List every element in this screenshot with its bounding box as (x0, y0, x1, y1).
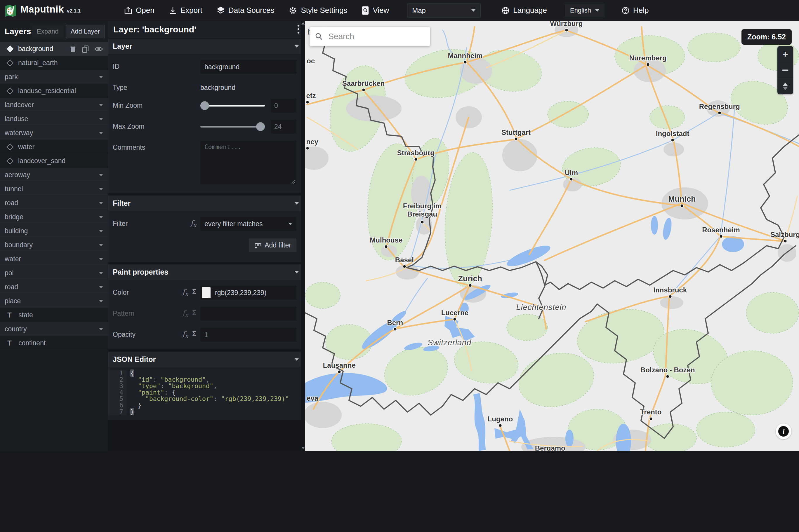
function-icon[interactable]: ƒx (191, 219, 196, 228)
layer-row-country[interactable]: country (0, 322, 108, 336)
visibility-icon[interactable] (94, 45, 103, 53)
code-line: 2 "id": "background", (108, 377, 305, 383)
min-zoom-input[interactable] (271, 99, 296, 113)
editor-scrollbar[interactable] (301, 21, 305, 451)
max-zoom-slider[interactable] (200, 121, 265, 132)
collapse-icon[interactable] (99, 328, 103, 330)
function-icon[interactable]: ƒx (183, 288, 188, 297)
pattern-input[interactable] (200, 307, 296, 321)
layer-label: landuse (5, 115, 99, 123)
city-dot (718, 112, 721, 114)
kebab-menu-icon[interactable] (297, 24, 300, 35)
layer-row-water[interactable]: water (0, 140, 108, 154)
id-input[interactable] (200, 60, 296, 74)
collapse-icon[interactable] (99, 244, 103, 246)
collapse-icon[interactable] (99, 132, 103, 134)
map-search-box[interactable] (310, 27, 430, 46)
opacity-input[interactable] (200, 328, 296, 342)
zoom-out-button[interactable]: − (777, 62, 793, 78)
map-place-label: Bolzano - Bozen (640, 366, 695, 374)
layer-row-landcover_sand[interactable]: landcover_sand (0, 154, 108, 168)
layer-row-poi[interactable]: poi (0, 266, 108, 280)
help-button[interactable]: Help (621, 6, 649, 15)
map-place-label: Bern (387, 319, 403, 327)
layer-row-bridge[interactable]: bridge (0, 210, 108, 224)
filter-section-header[interactable]: Filter (108, 195, 305, 211)
collapse-icon[interactable] (99, 104, 103, 106)
layer-label: state (18, 311, 103, 319)
collapse-icon[interactable] (99, 286, 103, 288)
sum-icon[interactable]: Σ (192, 330, 196, 339)
color-swatch[interactable] (202, 287, 210, 298)
compass-button[interactable] (777, 78, 793, 94)
layer-row-park[interactable]: park (0, 70, 108, 84)
layer-row-state[interactable]: Tstate (0, 308, 108, 322)
data-sources-button[interactable]: Data Sources (217, 6, 275, 15)
filter-combiner-select[interactable]: every filter matches (200, 217, 296, 231)
zoom-in-button[interactable]: + (777, 46, 793, 62)
top-bar: Maputnik v2.1.1 Open Export Data Sourc (0, 0, 799, 21)
search-input[interactable] (328, 32, 425, 41)
view-button[interactable]: View (361, 6, 389, 15)
add-layer-button[interactable]: Add Layer (66, 25, 105, 38)
json-code-editor[interactable]: 1{2 "id": "background",3 "type": "backgr… (108, 367, 305, 420)
scroll-down-icon[interactable] (301, 447, 305, 449)
collapse-icon[interactable] (99, 174, 103, 176)
layer-label: background (18, 45, 69, 53)
collapse-icon[interactable] (99, 202, 103, 204)
comments-textarea[interactable] (200, 141, 296, 185)
layer-row-aeroway[interactable]: aeroway (0, 168, 108, 182)
map-place-label: Bergamo (535, 444, 565, 451)
add-filter-button[interactable]: Add filter (249, 239, 296, 252)
layer-row-landuse[interactable]: landuse (0, 112, 108, 126)
open-button[interactable]: Open (124, 6, 154, 15)
sum-icon[interactable]: Σ (192, 288, 196, 297)
layer-row-background[interactable]: background (0, 42, 108, 56)
layer-row-place[interactable]: place (0, 294, 108, 308)
layer-row-boundary[interactable]: boundary (0, 238, 108, 252)
style-settings-button[interactable]: Style Settings (288, 6, 347, 15)
layer-row-water[interactable]: water (0, 252, 108, 266)
collapse-icon[interactable] (99, 300, 103, 302)
function-icon[interactable]: ƒx (183, 309, 188, 318)
map-canvas[interactable]: WürzburgbourgocMannheimNurembergSaarbrüc… (305, 21, 799, 451)
collapse-icon[interactable] (99, 258, 103, 260)
code-text: } (127, 408, 134, 415)
collapse-icon[interactable] (99, 230, 103, 232)
function-icon[interactable]: ƒx (183, 330, 188, 339)
layer-row-waterway[interactable]: waterway (0, 126, 108, 140)
city-dot (453, 318, 456, 321)
collapse-icon[interactable] (99, 272, 103, 274)
layer-row-continent[interactable]: Tcontinent (0, 336, 108, 350)
opacity-label: Opacity (113, 328, 175, 339)
min-zoom-slider[interactable] (200, 100, 265, 111)
layer-row-landuse_residential[interactable]: landuse_residential (0, 84, 108, 98)
language-select[interactable]: English (565, 4, 604, 17)
collapse-icon[interactable] (99, 76, 103, 78)
layer-row-building[interactable]: building (0, 224, 108, 238)
city-dot (306, 101, 309, 103)
delete-layer-icon[interactable] (69, 45, 77, 53)
map-attribution-button[interactable]: i (776, 423, 792, 439)
layer-row-tunnel[interactable]: tunnel (0, 182, 108, 196)
paint-section-header[interactable]: Paint properties (108, 264, 305, 280)
layers-panel: Layers Expand Add Layer backgroundnatura… (0, 21, 108, 451)
layer-section-header[interactable]: Layer (108, 39, 305, 54)
sum-icon[interactable]: Σ (192, 309, 196, 318)
layer-row-landcover[interactable]: landcover (0, 98, 108, 112)
max-zoom-input[interactable] (271, 120, 296, 134)
layer-row-natural_earth[interactable]: natural_earth (0, 56, 108, 70)
duplicate-layer-icon[interactable] (81, 45, 90, 53)
expand-button[interactable]: Expand (32, 25, 63, 38)
color-input[interactable] (200, 286, 296, 300)
layer-row-road[interactable]: road (0, 280, 108, 294)
layer-row-road[interactable]: road (0, 196, 108, 210)
collapse-icon[interactable] (99, 216, 103, 218)
json-editor-header[interactable]: JSON Editor (108, 352, 305, 367)
collapse-icon[interactable] (99, 188, 103, 190)
collapse-icon[interactable] (99, 118, 103, 120)
city-dot (570, 178, 573, 180)
export-button[interactable]: Export (168, 6, 202, 15)
view-select[interactable]: Map (407, 3, 481, 18)
scroll-up-icon[interactable] (301, 22, 305, 24)
